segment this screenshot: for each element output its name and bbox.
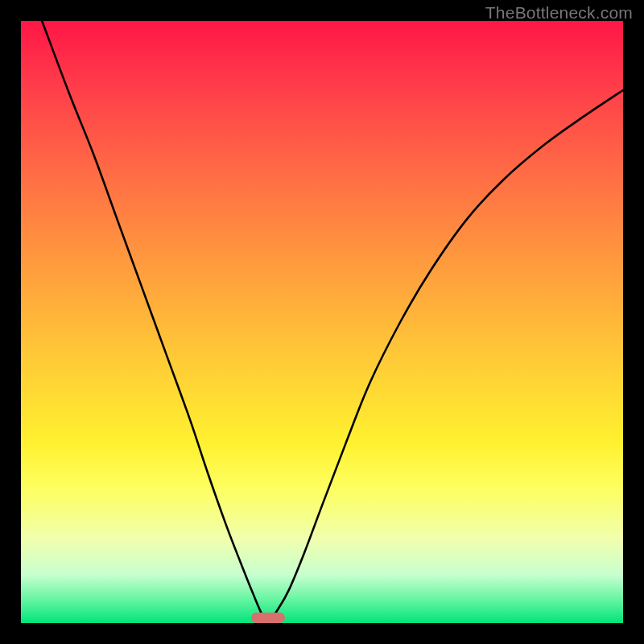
watermark-text: TheBottleneck.com [485,3,633,23]
plot-area [21,21,623,623]
optimum-marker [251,613,285,624]
bottleneck-curve [21,21,623,623]
outer-frame: TheBottleneck.com [0,0,644,644]
curve-right-branch [268,90,623,623]
curve-left-branch [42,21,268,623]
